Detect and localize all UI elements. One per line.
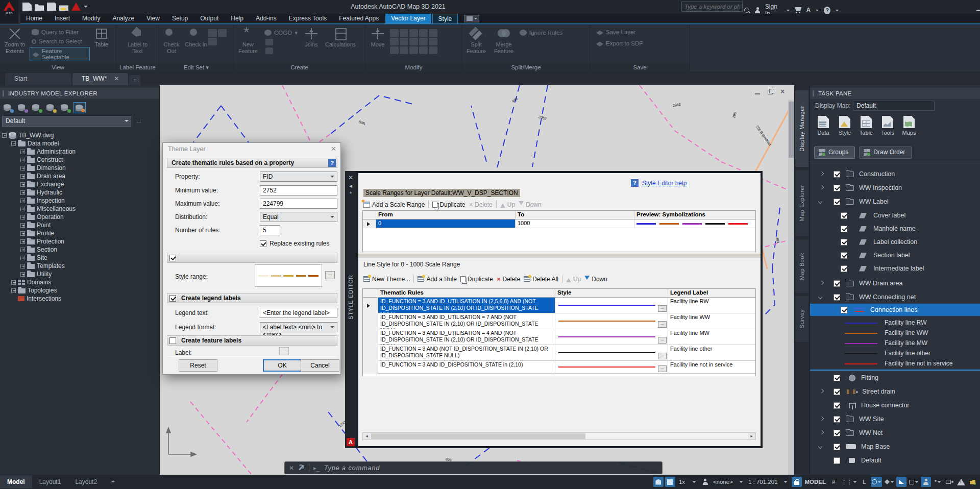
close-palette-icon[interactable]: ✕ <box>348 174 353 182</box>
layer-row-selected[interactable]: Connection lines <box>810 304 980 316</box>
style-cell[interactable] <box>555 329 668 345</box>
layer-checkbox[interactable] <box>834 388 840 395</box>
row-selector[interactable] <box>363 219 376 228</box>
autohide-icon[interactable]: ◂ <box>349 182 352 190</box>
expand-icon[interactable] <box>20 231 25 236</box>
properties-icon[interactable]: * <box>350 190 352 198</box>
modify-tool-icon[interactable] <box>400 46 408 54</box>
attach-caret[interactable] <box>736 477 746 487</box>
layer-row[interactable]: Fitting <box>810 371 980 384</box>
panel-label-create[interactable]: Create <box>234 63 365 72</box>
collapse-icon[interactable] <box>818 295 822 299</box>
style-cell[interactable] <box>555 313 668 329</box>
layer-checkbox[interactable] <box>841 265 847 272</box>
ortho-mode-icon[interactable]: L <box>859 477 869 487</box>
layer-checkbox[interactable] <box>841 239 847 246</box>
layer-group-row[interactable]: WW Inspection <box>810 181 980 194</box>
tree-item[interactable]: Inspection <box>20 197 155 205</box>
layer-row[interactable]: Intermediate label <box>810 262 980 275</box>
legend-row[interactable]: Facility line other <box>810 349 980 359</box>
split-feature-button[interactable]: Split Feature <box>462 25 490 54</box>
layer-checkbox[interactable] <box>841 226 847 232</box>
maximum-value-input[interactable]: 224799 <box>260 199 337 209</box>
column-preview[interactable]: Preview: Symbolizations <box>634 211 755 219</box>
create-legend-checkbox[interactable] <box>169 295 176 302</box>
layer-row[interactable]: Manhole name <box>810 222 980 235</box>
layer-checkbox[interactable] <box>834 375 840 381</box>
rule-row[interactable]: ID_FUNCTION = 3 AND ID_UTILISATION IN (2… <box>363 298 755 313</box>
dialog-close-icon[interactable]: ✕ <box>331 145 336 153</box>
expand-icon[interactable] <box>20 182 25 187</box>
expand-icon[interactable] <box>20 207 25 211</box>
edit-set-tool-icon[interactable] <box>218 29 227 37</box>
row-selector[interactable] <box>363 345 378 361</box>
grid-pointer-icon[interactable] <box>665 477 675 487</box>
layer-checkbox[interactable] <box>834 457 840 464</box>
row-selector[interactable] <box>363 298 378 313</box>
cancel-button[interactable]: Cancel <box>301 359 339 372</box>
db-edit-icon[interactable] <box>74 102 86 113</box>
tree-item[interactable]: Utility <box>20 270 155 278</box>
file-tab-start[interactable]: Start <box>5 73 71 85</box>
collapse-icon[interactable] <box>2 133 7 138</box>
display-map-dropdown[interactable]: Default <box>853 101 935 111</box>
close-tab-icon[interactable]: ✕ <box>114 75 119 85</box>
expand-icon[interactable] <box>20 166 25 170</box>
edit-set-tool-icon[interactable] <box>208 38 217 45</box>
modify-tool-icon[interactable] <box>429 38 437 45</box>
grid-check-icon[interactable] <box>59 102 71 113</box>
create-tool-icon[interactable] <box>265 47 273 54</box>
layer-group-row[interactable]: Construction <box>810 167 980 181</box>
modify-tool-icon[interactable] <box>429 46 437 54</box>
check-in-button[interactable]: Check In <box>184 25 208 48</box>
command-line[interactable]: ✕ ▸_ Type a command <box>284 461 663 474</box>
modify-tool-icon[interactable] <box>409 29 418 37</box>
move-button[interactable]: Move <box>365 25 390 48</box>
polar-tracking-icon[interactable] <box>871 477 882 487</box>
style-cell[interactable] <box>555 361 668 374</box>
scale-down-button[interactable]: Down <box>519 201 542 208</box>
tab-help[interactable]: Help <box>225 14 249 23</box>
style-browse-button[interactable] <box>658 365 667 372</box>
cogo-button[interactable]: COGO ▾ <box>262 29 300 37</box>
layer-checkbox[interactable] <box>834 171 840 178</box>
row-selector[interactable] <box>363 329 378 345</box>
expand-icon[interactable] <box>20 264 25 268</box>
expand-icon[interactable] <box>819 186 823 190</box>
layer-checkbox[interactable] <box>834 416 840 423</box>
expand-icon[interactable] <box>20 223 25 228</box>
layer-group-row[interactable]: WW Label <box>810 195 980 208</box>
layer-row[interactable]: Cover label <box>810 209 980 222</box>
add-rule-button[interactable]: Add a Rule <box>418 276 456 283</box>
expand-icon[interactable] <box>819 431 823 435</box>
create-styles-checkbox[interactable] <box>169 255 176 261</box>
style-browse-button[interactable] <box>658 337 667 344</box>
splitter[interactable] <box>358 254 761 258</box>
panel-label-modify[interactable]: Modify <box>365 63 462 72</box>
tab-display-manager[interactable]: Display Manager <box>795 90 808 167</box>
modify-tool-icon[interactable] <box>419 46 428 54</box>
tab-home[interactable]: Home <box>20 14 48 23</box>
new-layout-tab[interactable]: + <box>104 475 122 488</box>
number-of-rules-input[interactable]: 5 <box>260 225 280 235</box>
tree-item[interactable]: Operation <box>20 213 155 221</box>
maps-button[interactable]: Maps <box>899 116 919 136</box>
tree-item[interactable]: Point <box>20 221 155 229</box>
tab-view[interactable]: View <box>141 14 165 23</box>
layer-checkbox[interactable] <box>834 402 840 409</box>
tree-item[interactable]: Drain area <box>20 172 155 180</box>
expand-icon[interactable] <box>819 172 823 176</box>
attach-value[interactable]: <none> <box>712 477 734 487</box>
tree-item[interactable]: Administration <box>20 148 155 156</box>
legend-cell[interactable]: Facility line other <box>668 345 755 361</box>
model-tab[interactable]: Model <box>0 475 32 488</box>
expand-icon[interactable] <box>819 417 823 421</box>
search-input[interactable] <box>681 2 743 12</box>
help-caret[interactable] <box>836 10 839 13</box>
drawing-vertical-scrollbar[interactable] <box>788 100 794 475</box>
search-to-select-button[interactable]: Search to Select <box>30 38 90 45</box>
zoom-to-extents-button[interactable]: Zoom to Extents <box>0 25 30 54</box>
command-input[interactable]: Type a command <box>324 464 380 472</box>
modify-tool-icon[interactable] <box>390 38 399 45</box>
tree-item[interactable]: TB_WW.dwg <box>2 131 155 139</box>
